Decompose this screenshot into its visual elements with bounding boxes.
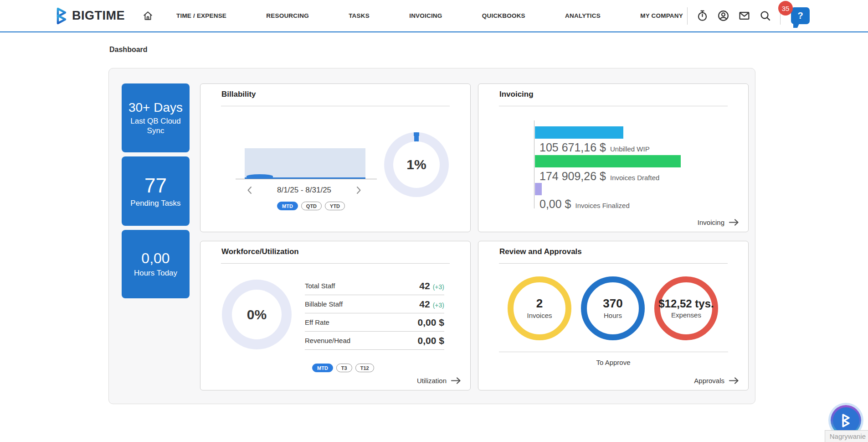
date-range-label: 8/1/25 - 8/31/25 [277, 186, 331, 195]
billability-card: Billability 1% 8/1/25 - 8/31/25 MTD [200, 83, 471, 232]
search-icon[interactable] [759, 10, 771, 22]
row-delta: (+3) [433, 283, 444, 291]
bar-unbilled-wip [535, 126, 623, 139]
chevron-right-icon[interactable] [355, 185, 362, 195]
bar-invoices-drafted [535, 155, 681, 167]
divider [499, 352, 728, 352]
home-icon[interactable] [142, 10, 154, 21]
invoicing-card: Invoicing 105 671,16 $ Unbilled WIP 174 … [478, 83, 749, 232]
invoicing-link[interactable]: Invoicing [698, 218, 739, 226]
nav-item-resourcing[interactable]: RESOURCING [266, 12, 309, 19]
link-label: Invoicing [698, 218, 724, 226]
bar-label: 174 909,26 $ Invoices Drafted [539, 170, 659, 183]
link-label: Utilization [417, 377, 447, 385]
chevron-left-icon[interactable] [246, 185, 253, 195]
circle-value: 2 [536, 297, 543, 310]
toggle-mtd[interactable]: MTD [312, 364, 333, 372]
divider [499, 106, 728, 106]
link-label: Approvals [694, 377, 724, 385]
arrow-right-icon [729, 218, 739, 226]
kpi-label: Last QB Cloud Sync [122, 116, 190, 136]
kpi-value: 0,00 [141, 250, 169, 267]
account-icon[interactable] [717, 10, 729, 22]
timer-icon[interactable] [696, 10, 709, 22]
toggle-qtd[interactable]: QTD [301, 202, 322, 210]
circle-value: 370 [603, 297, 622, 310]
dashboard-panel: 30+ Days Last QB Cloud Sync 77 Pending T… [108, 68, 755, 404]
row-value: 0,00 $ [418, 317, 444, 328]
nav-utilities: 35 ? [687, 7, 810, 25]
bar-name: Unbilled WIP [610, 145, 650, 153]
row-delta: (+3) [433, 302, 444, 309]
page-title: Dashboard [109, 46, 148, 54]
bar-value: 105 671,16 $ [539, 141, 606, 154]
table-row: Eff Rate 0,00 $ [305, 313, 444, 332]
bar-value: 174 909,26 $ [539, 170, 606, 183]
nav-item-tasks[interactable]: TASKS [349, 12, 370, 19]
card-title: Review and Approvals [499, 247, 582, 256]
main-menu: TIME / EXPENSE RESOURCING TASKS INVOICIN… [176, 12, 683, 19]
arrow-right-icon [729, 377, 739, 385]
kpi-tile-hours-today[interactable]: 0,00 Hours Today [122, 230, 190, 298]
row-value: 42 [419, 281, 430, 291]
circle-value: $12,52 tys. [658, 298, 714, 310]
toggle-t3[interactable]: T3 [336, 364, 352, 372]
toggle-mtd[interactable]: MTD [277, 202, 298, 210]
divider [499, 263, 728, 264]
toggle-ytd[interactable]: YTD [325, 202, 345, 210]
approvals-circle-invoices: 2 Invoices [508, 276, 571, 340]
arrow-right-icon [451, 377, 461, 385]
table-row: Revenue/Head 0,00 $ [305, 332, 444, 350]
help-label: ? [797, 10, 803, 21]
card-title: Billability [221, 90, 256, 99]
bar-label: 0,00 $ Invoices Finalized [539, 198, 630, 211]
notification-badge: 35 [778, 1, 793, 16]
bar-invoices-finalized [535, 183, 542, 195]
kpi-tile-pending-tasks[interactable]: 77 Pending Tasks [122, 156, 190, 226]
row-label: Billable Staff [305, 300, 343, 308]
top-nav: BIGTIME TIME / EXPENSE RESOURCING TASKS … [0, 0, 868, 32]
help-button[interactable]: ? [791, 7, 810, 24]
table-row: Billable Staff 42(+3) [305, 295, 444, 313]
kpi-label: Pending Tasks [124, 198, 187, 208]
billability-donut-value: 1% [393, 141, 440, 188]
workforce-utilization-card: Workforce/Utilization 0% Total Staff 42(… [200, 241, 471, 390]
row-value: 42 [419, 299, 430, 310]
row-label: Revenue/Head [305, 337, 350, 344]
divider [221, 263, 450, 264]
mail-icon[interactable] [738, 10, 750, 22]
workforce-period-toggles: MTD T3 T12 [312, 364, 374, 372]
utilization-donut: 0% [222, 280, 292, 349]
nav-item-time-expense[interactable]: TIME / EXPENSE [176, 12, 226, 19]
to-approve-caption: To Approve [478, 359, 748, 366]
bigtime-recorder-icon [833, 407, 859, 434]
circle-label: Invoices [527, 312, 552, 320]
recorder-tooltip: Nagrywanie [825, 430, 868, 442]
nav-item-my-company[interactable]: MY COMPANY [640, 12, 683, 19]
nav-item-quickbooks[interactable]: QUICKBOOKS [482, 12, 525, 19]
kpi-tile-qb-sync[interactable]: 30+ Days Last QB Cloud Sync [122, 83, 190, 152]
row-label: Total Staff [305, 282, 335, 290]
bigtime-logo[interactable]: BIGTIME [56, 7, 125, 25]
approvals-circle-hours: 370 Hours [581, 276, 645, 340]
approvals-link[interactable]: Approvals [694, 377, 739, 385]
kpi-value: 77 [144, 174, 167, 198]
review-approvals-card: Review and Approvals 2 Invoices 370 Hour… [478, 241, 749, 390]
bigtime-app: BIGTIME TIME / EXPENSE RESOURCING TASKS … [0, 0, 868, 442]
card-title: Invoicing [499, 90, 534, 99]
bar-label: 105 671,16 $ Unbilled WIP [539, 141, 650, 154]
approvals-circle-expenses: $12,52 tys. Expenses [654, 276, 718, 340]
card-title: Workforce/Utilization [221, 247, 299, 256]
table-row: Total Staff 42(+3) [305, 277, 444, 295]
row-value: 0,00 $ [418, 335, 444, 346]
divider [221, 106, 450, 106]
bar-name: Invoices Finalized [575, 202, 630, 209]
nav-item-invoicing[interactable]: INVOICING [409, 12, 442, 19]
row-label: Eff Rate [305, 318, 329, 326]
toggle-t12[interactable]: T12 [355, 364, 374, 372]
bar-name: Invoices Drafted [610, 174, 659, 182]
utilization-link[interactable]: Utilization [417, 377, 461, 385]
nav-item-analytics[interactable]: ANALYTICS [565, 12, 601, 19]
chart-baseline [236, 179, 377, 179]
brand-name: BIGTIME [72, 9, 125, 23]
